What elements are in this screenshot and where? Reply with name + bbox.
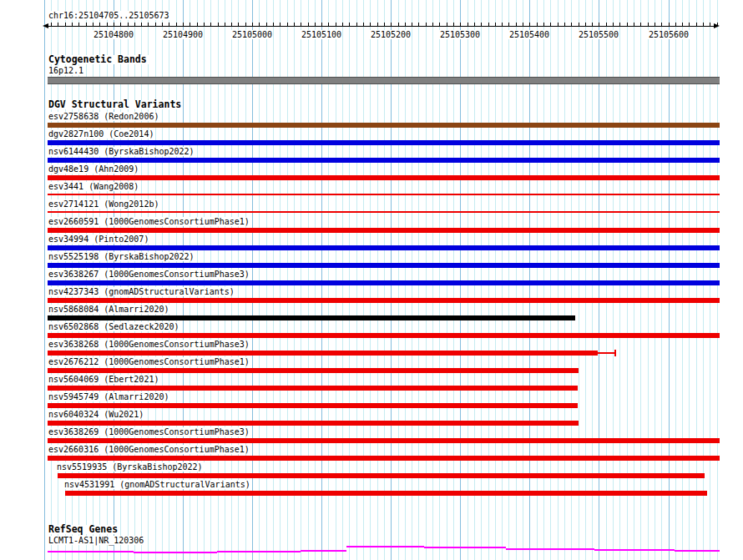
axis-tick bbox=[349, 23, 350, 26]
variant-label[interactable]: esv3638267 (1000GenomesConsortiumPhase3) bbox=[48, 270, 251, 279]
variant-label[interactable]: nsv5525198 (ByrskaBishop2022) bbox=[48, 252, 196, 261]
axis-tick bbox=[336, 23, 336, 26]
variant-bar[interactable] bbox=[48, 263, 720, 268]
axis-tick bbox=[558, 23, 559, 26]
variant-bar[interactable] bbox=[48, 175, 720, 180]
variant-bar[interactable] bbox=[48, 298, 720, 303]
axis-tick bbox=[579, 23, 579, 26]
variant-bar[interactable] bbox=[48, 438, 720, 443]
variant-bar[interactable] bbox=[48, 351, 598, 356]
gene-line-segment[interactable] bbox=[301, 550, 346, 552]
variant-bar[interactable] bbox=[48, 140, 720, 145]
variant-label[interactable]: esv34994 (Pinto2007) bbox=[48, 235, 150, 244]
variant-bar[interactable] bbox=[48, 280, 720, 285]
variant-label[interactable]: nsv5604069 (Ebert2021) bbox=[48, 375, 160, 384]
axis-tick bbox=[453, 23, 454, 26]
gene-line-segment[interactable] bbox=[48, 551, 134, 552]
gene-line-segment[interactable] bbox=[675, 550, 720, 552]
axis-tick bbox=[280, 23, 281, 26]
gene-line-segment[interactable] bbox=[217, 551, 301, 552]
axis-tick bbox=[197, 23, 198, 26]
axis-tick bbox=[460, 23, 461, 26]
variant-bar[interactable] bbox=[48, 456, 720, 461]
gene-line-segment[interactable] bbox=[424, 547, 506, 548]
axis-tick bbox=[183, 23, 184, 26]
axis-tick bbox=[120, 23, 121, 26]
variant-label[interactable]: nsv4531991 (gnomADStructuralVariants) bbox=[64, 480, 252, 489]
axis-tick bbox=[696, 23, 697, 26]
variant-label[interactable]: nsv6144430 (ByrskaBishop2022) bbox=[48, 147, 196, 156]
gene-line-segment[interactable] bbox=[134, 552, 217, 553]
cytogenetic-section-title: Cytogenetic Bands bbox=[48, 55, 149, 64]
axis-tick bbox=[619, 23, 620, 26]
variant-label[interactable]: nsv4237343 (gnomADStructuralVariants) bbox=[48, 287, 236, 296]
axis-tick bbox=[398, 23, 399, 26]
variant-label[interactable]: esv2676212 (1000GenomesConsortiumPhase1) bbox=[48, 357, 251, 366]
variant-bar[interactable] bbox=[48, 403, 578, 408]
variant-extension-tick[interactable] bbox=[614, 350, 616, 356]
ruler-tick-label: 25105200 bbox=[370, 30, 412, 39]
variant-label[interactable]: esv2660316 (1000GenomesConsortiumPhase1) bbox=[48, 445, 251, 454]
variant-bar[interactable] bbox=[48, 158, 720, 163]
variant-label[interactable]: nsv5519935 (ByrskaBishop2022) bbox=[57, 462, 205, 472]
axis-tick bbox=[321, 23, 322, 26]
dgv-section-title: DGV Structural Variants bbox=[48, 100, 183, 109]
genome-browser-view: chr16:25104705..25105673 251048002510490… bbox=[0, 0, 743, 560]
variant-label[interactable]: nsv6502868 (Sedlazeck2020) bbox=[48, 322, 181, 331]
axis-tick bbox=[384, 23, 385, 26]
axis-tick bbox=[447, 23, 447, 26]
refseq-section-title: RefSeq Genes bbox=[48, 525, 119, 534]
axis-tick bbox=[606, 23, 607, 26]
variant-bar[interactable] bbox=[48, 421, 579, 426]
axis-tick bbox=[78, 23, 79, 26]
variant-bar[interactable] bbox=[48, 368, 579, 373]
axis-tick bbox=[640, 23, 641, 26]
variant-label[interactable]: nsv6040324 (Wu2021) bbox=[48, 410, 145, 419]
gene-line-segment[interactable] bbox=[346, 546, 424, 547]
axis-tick bbox=[682, 23, 683, 26]
variant-bar[interactable] bbox=[48, 245, 720, 250]
gene-line-segment[interactable] bbox=[594, 549, 675, 551]
variant-bar[interactable] bbox=[48, 315, 575, 320]
axis-tick bbox=[495, 23, 496, 26]
ruler-tick-label: 25105500 bbox=[578, 30, 619, 39]
axis-tick bbox=[356, 23, 357, 26]
variant-bar[interactable] bbox=[48, 211, 720, 213]
variant-extension-line[interactable] bbox=[598, 352, 615, 354]
variant-label[interactable]: esv2660591 (1000GenomesConsortiumPhase1) bbox=[48, 217, 251, 226]
variant-bar[interactable] bbox=[58, 473, 705, 478]
variant-bar[interactable] bbox=[48, 228, 720, 233]
variant-label[interactable]: esv2714121 (Wong2012b) bbox=[48, 199, 160, 209]
axis-tick bbox=[432, 23, 433, 26]
variant-label[interactable]: dgv48e19 (Ahn2009) bbox=[48, 164, 140, 174]
axis-tick bbox=[308, 23, 309, 26]
variant-bar[interactable] bbox=[65, 491, 707, 496]
variant-label[interactable]: esv2758638 (Redon2006) bbox=[48, 112, 160, 121]
variant-label[interactable]: esv3638269 (1000GenomesConsortiumPhase3) bbox=[48, 427, 251, 436]
axis-tick bbox=[162, 23, 163, 26]
variant-bar[interactable] bbox=[48, 386, 578, 391]
axis-arrow-left-icon bbox=[43, 23, 48, 28]
variant-label[interactable]: nsv5868084 (Almarri2020) bbox=[48, 305, 171, 314]
axis-tick bbox=[523, 23, 523, 26]
variant-label[interactable]: nsv5945749 (Almarri2020) bbox=[48, 392, 171, 401]
variant-label[interactable]: esv3638268 (1000GenomesConsortiumPhase3) bbox=[48, 340, 251, 349]
variant-label[interactable]: esv3441 (Wang2008) bbox=[48, 182, 140, 191]
variant-label[interactable]: dgv2827n100 (Coe2014) bbox=[48, 129, 155, 139]
axis-tick bbox=[529, 23, 530, 26]
variant-bar[interactable] bbox=[48, 333, 720, 338]
refseq-gene-label[interactable]: LCMT1-AS1|NR_120306 bbox=[48, 536, 145, 545]
axis-tick bbox=[342, 23, 343, 26]
cytogenetic-band-bar[interactable] bbox=[48, 77, 720, 84]
axis-tick bbox=[474, 23, 475, 26]
axis-tick bbox=[564, 23, 565, 26]
axis-tick bbox=[176, 23, 177, 26]
axis-tick bbox=[169, 23, 169, 26]
axis-tick bbox=[259, 23, 260, 26]
gene-line-segment[interactable] bbox=[506, 548, 594, 550]
cytogenetic-band-label: 16p12.1 bbox=[48, 66, 85, 75]
variant-bar[interactable] bbox=[48, 123, 720, 128]
variant-bar[interactable] bbox=[48, 194, 720, 195]
axis-tick bbox=[439, 23, 440, 26]
axis-tick bbox=[502, 23, 503, 26]
